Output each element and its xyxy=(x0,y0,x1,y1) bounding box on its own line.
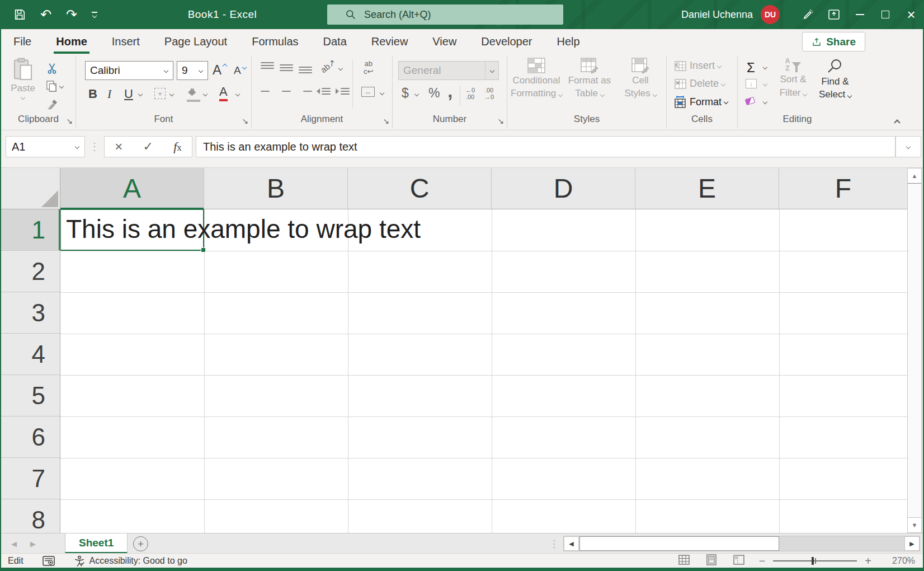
format-as-table-button[interactable]: Format as Table xyxy=(564,58,615,100)
vertical-scrollbar[interactable]: ▲ ▼ xyxy=(907,168,922,533)
row-header-4[interactable]: 4 xyxy=(1,334,60,375)
align-left-button[interactable] xyxy=(261,88,274,95)
column-header-e[interactable]: E xyxy=(635,168,779,209)
accounting-format-button[interactable]: $ xyxy=(402,86,409,101)
tab-data[interactable]: Data xyxy=(322,33,348,50)
orientation-button[interactable]: ab↗ xyxy=(320,61,336,71)
name-box[interactable]: A1 xyxy=(6,136,85,157)
merge-center-dropdown[interactable] xyxy=(380,91,384,95)
zoom-out-button[interactable]: − xyxy=(759,555,766,568)
format-painter-button[interactable] xyxy=(46,99,58,110)
conditional-formatting-button[interactable]: Conditional Formatting xyxy=(511,58,562,100)
macro-record-button[interactable] xyxy=(43,556,55,566)
accounting-format-dropdown[interactable] xyxy=(415,92,418,96)
column-header-c[interactable]: C xyxy=(348,168,492,209)
collapse-ribbon-button[interactable] xyxy=(895,117,899,127)
cell-styles-button[interactable]: Cell Styles xyxy=(617,58,664,100)
decrease-indent-button[interactable] xyxy=(317,88,331,95)
sort-filter-button[interactable]: A Z Sort & Filter xyxy=(772,58,814,99)
fill-color-button[interactable] xyxy=(187,87,200,99)
close-button[interactable]: × xyxy=(898,0,924,29)
new-sheet-button[interactable]: + xyxy=(133,536,148,551)
copy-button[interactable] xyxy=(46,80,63,92)
enter-entry-button[interactable]: ✓ xyxy=(143,139,153,154)
borders-dropdown[interactable] xyxy=(170,92,173,96)
number-format-select[interactable]: General xyxy=(398,61,499,80)
tab-developer[interactable]: Developer xyxy=(480,33,533,50)
row-header-7[interactable]: 7 xyxy=(1,458,60,499)
scroll-down-button[interactable]: ▼ xyxy=(908,517,921,532)
column-header-b[interactable]: B xyxy=(204,168,348,209)
number-dialog-launcher[interactable]: ↘ xyxy=(497,117,504,125)
expand-formula-bar-button[interactable] xyxy=(895,136,921,157)
align-middle-button[interactable] xyxy=(280,62,293,73)
orientation-dropdown[interactable] xyxy=(339,67,342,70)
sheet-next-button[interactable]: ▶ xyxy=(30,540,36,548)
cancel-entry-button[interactable]: × xyxy=(115,139,122,155)
horizontal-scroll-thumb[interactable] xyxy=(579,536,779,551)
fill-button[interactable]: ↓ xyxy=(746,79,757,88)
align-bottom-button[interactable] xyxy=(299,62,312,73)
tab-help[interactable]: Help xyxy=(556,33,581,50)
alignment-dialog-launcher[interactable]: ↘ xyxy=(383,117,389,125)
tab-formulas[interactable]: Formulas xyxy=(251,33,299,50)
decrease-font-size-button[interactable]: A xyxy=(234,64,246,77)
zoom-slider-thumb[interactable] xyxy=(812,557,814,565)
comma-style-button[interactable]: , xyxy=(447,80,452,102)
tab-view[interactable]: View xyxy=(431,33,458,50)
row-header-2[interactable]: 2 xyxy=(1,251,60,292)
formula-input[interactable]: This is an example to wrap text xyxy=(196,136,895,157)
font-family-select[interactable]: Calibri xyxy=(85,61,173,80)
increase-decimal-button[interactable]: ←0 .00 xyxy=(465,87,475,100)
fill-dropdown[interactable] xyxy=(763,82,767,86)
percent-style-button[interactable]: % xyxy=(428,86,440,101)
italic-button[interactable]: I xyxy=(107,87,111,101)
clipboard-dialog-launcher[interactable]: ↘ xyxy=(66,117,73,125)
font-size-select[interactable]: 9 xyxy=(177,61,208,80)
maximize-button[interactable] xyxy=(873,0,898,29)
align-center-button[interactable] xyxy=(280,88,293,95)
column-header-d[interactable]: D xyxy=(492,168,635,209)
page-layout-view-button[interactable] xyxy=(706,554,716,568)
accessibility-status[interactable]: Accessibility: Good to go xyxy=(74,555,187,567)
tab-review[interactable]: Review xyxy=(370,33,409,50)
zoom-slider-track[interactable] xyxy=(773,560,857,561)
sheet-cells-area[interactable]: This is an example to wrap text xyxy=(60,209,907,533)
borders-button[interactable]: + xyxy=(154,88,166,99)
find-select-button[interactable]: Find & Select xyxy=(815,58,855,101)
clear-dropdown[interactable] xyxy=(763,100,767,104)
horizontal-scrollbar[interactable]: ◀ ▶ xyxy=(563,536,920,551)
tab-page-layout[interactable]: Page Layout xyxy=(163,33,228,50)
scroll-right-button[interactable]: ▶ xyxy=(904,536,920,551)
select-all-corner[interactable] xyxy=(1,168,60,209)
delete-cells-button[interactable]: Delete xyxy=(673,78,725,90)
fill-color-dropdown[interactable] xyxy=(204,92,207,96)
scroll-up-button[interactable]: ▲ xyxy=(908,169,921,184)
row-header-8[interactable]: 8 xyxy=(1,499,60,533)
zoom-level[interactable]: 270% xyxy=(886,556,915,566)
name-box-resize-handle[interactable]: ⋮ xyxy=(85,136,104,157)
row-header-5[interactable]: 5 xyxy=(1,375,60,416)
insert-function-button[interactable]: fx xyxy=(173,139,182,154)
tab-home[interactable]: Home xyxy=(55,33,88,50)
underline-button[interactable]: U xyxy=(124,87,133,101)
increase-font-size-button[interactable]: A xyxy=(213,62,227,78)
merge-center-button[interactable]: ↔ xyxy=(361,87,375,97)
insert-cells-button[interactable]: Insert xyxy=(673,60,721,72)
avatar[interactable]: DU xyxy=(761,5,780,24)
bold-button[interactable]: B xyxy=(88,87,97,101)
sheet-prev-button[interactable]: ◀ xyxy=(11,540,17,548)
font-color-button[interactable]: A xyxy=(219,86,228,98)
cut-button[interactable] xyxy=(46,62,58,74)
normal-view-button[interactable] xyxy=(678,555,690,567)
zoom-in-button[interactable]: + xyxy=(865,555,871,568)
row-header-3[interactable]: 3 xyxy=(1,292,60,334)
wrap-text-button[interactable]: ab c↩ xyxy=(364,60,373,76)
font-dialog-launcher[interactable]: ↘ xyxy=(242,117,248,125)
ink-button[interactable] xyxy=(795,0,821,29)
sheet-tab-sheet1[interactable]: Sheet1 xyxy=(65,533,128,554)
ribbon-display-options-button[interactable] xyxy=(821,0,847,29)
increase-indent-button[interactable] xyxy=(336,88,350,95)
align-right-button[interactable] xyxy=(299,88,312,95)
search-box[interactable]: Search (Alt+Q) xyxy=(327,4,563,25)
